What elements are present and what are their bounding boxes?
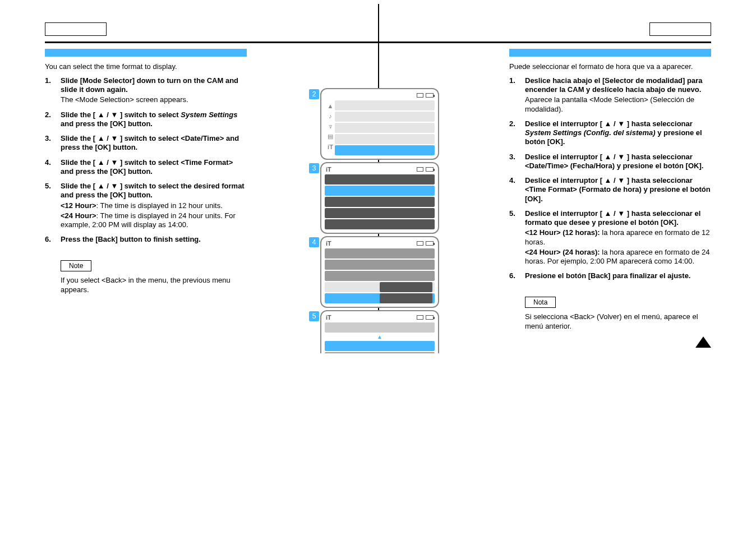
menu-row bbox=[325, 260, 435, 270]
up-arrow-icon: ▲ bbox=[326, 103, 335, 109]
step-num: 3. bbox=[45, 134, 61, 153]
card-icon bbox=[417, 315, 423, 320]
step-num: 3. bbox=[509, 153, 525, 171]
tools-icon: iT bbox=[326, 240, 331, 247]
menu-row bbox=[325, 352, 435, 353]
step-num: 1. bbox=[509, 76, 525, 114]
left-tab bbox=[45, 22, 107, 36]
screen-badge-2: 2 bbox=[309, 89, 319, 99]
intro-right: Puede seleccionar el formato de hora que… bbox=[509, 62, 711, 72]
right-tab bbox=[649, 22, 711, 36]
menu-row bbox=[325, 197, 435, 207]
menu-row bbox=[325, 219, 435, 229]
step-body: Deslice el interruptor [ ▲ / ▼ ] hasta s… bbox=[525, 119, 711, 147]
step-body: Deslice el interruptor [ ▲ / ▼ ] hasta s… bbox=[525, 153, 711, 171]
step-body: Deslice hacia abajo el [Selector de moda… bbox=[525, 76, 711, 114]
accent-bar-right bbox=[509, 49, 711, 57]
mic-icon: ⍒ bbox=[326, 123, 335, 130]
menu-row bbox=[335, 112, 435, 122]
step-body: Presione el botón [Back] para finalizar … bbox=[525, 271, 711, 280]
step-num: 2. bbox=[509, 119, 525, 147]
screen-badge-4: 4 bbox=[309, 237, 319, 247]
tools-icon: iT bbox=[326, 314, 331, 321]
step-body: Slide [Mode Selector] down to turn on th… bbox=[61, 76, 247, 105]
lcd-screen-4: iT bbox=[320, 236, 439, 308]
step-body: Slide the [ ▲ / ▼ ] switch to select <Da… bbox=[61, 134, 247, 153]
note-label-right: Nota bbox=[525, 297, 556, 308]
step-body: Slide the [ ▲ / ▼ ] switch to select Sys… bbox=[61, 110, 247, 129]
left-column: You can select the time format to displa… bbox=[45, 49, 247, 331]
battery-icon bbox=[426, 241, 434, 246]
menu-row bbox=[325, 208, 435, 218]
step-num: 5. bbox=[509, 209, 525, 266]
step-body: Deslice el interruptor [ ▲ / ▼ ] hasta s… bbox=[525, 176, 711, 204]
step-num: 6. bbox=[509, 271, 525, 280]
note-label-left: Note bbox=[61, 260, 91, 271]
menu-row bbox=[325, 248, 435, 259]
center-screens: 2 ▲ ♪ ⍒ ▤ iT bbox=[314, 88, 442, 353]
scroll-up-icon: ▲ bbox=[325, 334, 435, 340]
note-text-right: Si selecciona <Back> (Volver) en el menú… bbox=[525, 312, 711, 331]
step-body: Slide the [ ▲ / ▼ ] switch to select the… bbox=[61, 182, 247, 229]
menu-row-selected bbox=[325, 341, 435, 351]
menu-row bbox=[325, 282, 435, 292]
menu-row-selected bbox=[325, 186, 435, 196]
battery-icon bbox=[426, 93, 434, 98]
menu-row bbox=[325, 174, 435, 185]
page-turn-icon bbox=[695, 336, 711, 348]
music-icon: ♪ bbox=[326, 113, 335, 119]
screen-badge-5: 5 bbox=[309, 311, 319, 321]
battery-icon bbox=[426, 315, 434, 320]
tools-icon: iT bbox=[326, 144, 335, 150]
step-num: 6. bbox=[45, 235, 61, 244]
step-body: Deslice el interruptor [ ▲ / ▼ ] hasta s… bbox=[525, 209, 711, 266]
accent-bar-left bbox=[45, 49, 247, 57]
step-num: 1. bbox=[45, 76, 61, 105]
menu-row-selected bbox=[335, 145, 435, 155]
step-num: 5. bbox=[45, 182, 61, 229]
tools-icon: iT bbox=[326, 166, 331, 173]
step-num: 2. bbox=[45, 110, 61, 129]
battery-icon bbox=[426, 167, 434, 172]
screen-badge-3: 3 bbox=[309, 163, 319, 173]
step-num: 4. bbox=[45, 158, 61, 177]
lcd-screen-3: iT bbox=[320, 162, 439, 234]
lcd-screen-2: ▲ ♪ ⍒ ▤ iT bbox=[320, 88, 439, 160]
menu-row bbox=[335, 123, 435, 133]
step-num: 4. bbox=[509, 176, 525, 204]
menu-row bbox=[335, 134, 435, 144]
menu-row-selected bbox=[325, 293, 435, 303]
doc-icon: ▤ bbox=[326, 133, 335, 140]
step-body: Slide the [ ▲ / ▼ ] switch to select <Ti… bbox=[61, 158, 247, 177]
intro-left: You can select the time format to displa… bbox=[45, 62, 247, 72]
right-column: Puede seleccionar el formato de hora que… bbox=[509, 49, 711, 331]
step-body: Press the [Back] button to finish settin… bbox=[61, 235, 247, 244]
card-icon bbox=[417, 167, 423, 172]
menu-row bbox=[325, 271, 435, 281]
lcd-screen-5: iT ▲ ▼ bbox=[320, 310, 439, 353]
card-icon bbox=[417, 93, 423, 98]
note-text-left: If you select <Back> in the menu, the pr… bbox=[61, 276, 247, 295]
card-icon bbox=[417, 241, 423, 246]
menu-row bbox=[325, 322, 435, 333]
menu-row bbox=[335, 100, 435, 110]
